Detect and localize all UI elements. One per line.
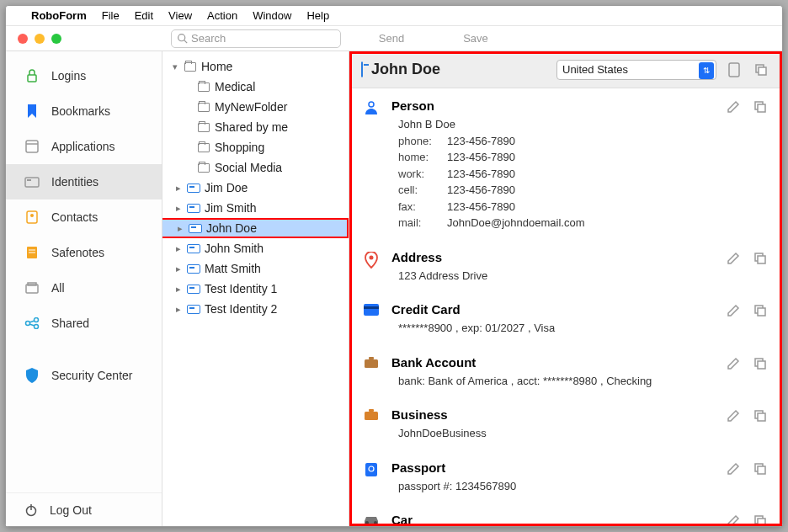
- tree-identity[interactable]: ▸John Doe: [162, 218, 349, 238]
- app-name[interactable]: RoboForm: [31, 9, 87, 22]
- copy-icon[interactable]: [753, 514, 769, 526]
- menu-help[interactable]: Help: [306, 9, 329, 22]
- search-placeholder: Search: [191, 32, 226, 45]
- person-field: phone:123-456-7890: [391, 133, 715, 150]
- sidebar-item-identities[interactable]: Identities: [6, 164, 162, 200]
- chevron-right-icon: ▸: [176, 223, 184, 234]
- edit-icon[interactable]: [727, 357, 742, 372]
- sidebar-item-logins[interactable]: Logins: [6, 58, 162, 93]
- section-business: Business JohnDoeBusiness: [349, 397, 782, 450]
- zoom-icon[interactable]: [51, 34, 61, 44]
- chevron-updown-icon: ⇅: [699, 62, 714, 79]
- tree-folder[interactable]: Shopping: [162, 137, 349, 157]
- tree-label: Jim Smith: [205, 201, 256, 215]
- edit-icon[interactable]: [727, 304, 742, 319]
- svg-rect-38: [365, 412, 378, 420]
- sidebar-item-applications[interactable]: Applications: [6, 129, 162, 164]
- tree-home[interactable]: ▾ Home: [162, 56, 349, 77]
- edit-icon[interactable]: [727, 409, 742, 424]
- tree-folder[interactable]: MyNewFolder: [162, 97, 349, 117]
- copy-icon[interactable]: [753, 462, 769, 477]
- menu-edit[interactable]: Edit: [135, 9, 153, 22]
- folder-icon: [196, 163, 211, 173]
- section-title: Passport: [391, 460, 715, 475]
- section-title: Person: [391, 98, 715, 113]
- edit-icon[interactable]: [727, 514, 742, 526]
- copy-icon[interactable]: [753, 252, 769, 267]
- tree-folder[interactable]: Medical: [162, 77, 349, 97]
- menu-view[interactable]: View: [168, 9, 192, 22]
- save-button[interactable]: Save: [434, 32, 518, 45]
- tree-identity[interactable]: ▸Matt Smith: [162, 258, 349, 279]
- svg-rect-42: [365, 463, 377, 476]
- menu-action[interactable]: Action: [207, 9, 237, 22]
- chevron-down-icon: ▾: [171, 61, 179, 72]
- svg-point-27: [370, 255, 374, 259]
- country-select[interactable]: United States ⇅: [556, 60, 716, 80]
- svg-point-15: [35, 318, 39, 322]
- copy-icon[interactable]: [753, 357, 769, 372]
- tree-identity[interactable]: ▸Test Identity 1: [162, 279, 349, 299]
- tree-label: Medical: [215, 80, 255, 93]
- minimize-icon[interactable]: [35, 34, 45, 44]
- tree-label: Test Identity 2: [205, 302, 277, 316]
- section-title: Address: [391, 250, 715, 264]
- menu-window[interactable]: Window: [253, 9, 291, 22]
- svg-rect-26: [758, 104, 765, 112]
- edit-icon[interactable]: [727, 462, 742, 477]
- sidebar-item-label: Identities: [51, 175, 98, 189]
- search-icon: [177, 33, 188, 44]
- main-panel: John Doe United States ⇅: [349, 51, 782, 526]
- svg-rect-35: [369, 357, 374, 359]
- tree-folder[interactable]: Shared by me: [162, 117, 349, 137]
- edit-icon[interactable]: [727, 252, 742, 267]
- tree-folder[interactable]: Social Media: [162, 157, 349, 178]
- svg-rect-49: [758, 519, 765, 526]
- identity-icon: [24, 174, 40, 189]
- detail-title: John Doe: [371, 61, 548, 78]
- copy-icon[interactable]: [752, 61, 770, 79]
- app-window: RoboForm File Edit View Action Window He…: [5, 5, 783, 527]
- person-name: John B Doe: [391, 116, 715, 133]
- tree-identity[interactable]: ▸Test Identity 2: [162, 299, 349, 319]
- tree-label: Test Identity 1: [205, 282, 277, 295]
- shared-icon: [24, 316, 40, 331]
- sidebar-item-label: Safenotes: [51, 246, 104, 259]
- chevron-right-icon: ▸: [174, 304, 183, 315]
- svg-point-14: [26, 322, 30, 326]
- sidebar-item-bookmarks[interactable]: Bookmarks: [6, 93, 162, 129]
- briefcase-icon: [363, 355, 380, 390]
- svg-rect-21: [729, 63, 739, 77]
- sidebar-item-shared[interactable]: Shared: [6, 306, 162, 341]
- car-icon: [363, 513, 380, 526]
- menu-file[interactable]: File: [102, 9, 120, 22]
- field-value: 123-456-7890: [447, 182, 515, 199]
- section-title: Credit Card: [391, 302, 715, 317]
- send-button[interactable]: Send: [349, 32, 434, 45]
- sidebar-item-security[interactable]: Security Center: [6, 358, 162, 393]
- section-title: Bank Account: [391, 355, 715, 370]
- close-icon[interactable]: [18, 34, 28, 44]
- chevron-right-icon: ▸: [174, 263, 183, 274]
- tablet-icon[interactable]: [725, 61, 743, 79]
- svg-point-46: [365, 521, 369, 524]
- edit-icon[interactable]: [727, 100, 742, 115]
- logout-button[interactable]: Log Out: [6, 492, 162, 526]
- copy-icon[interactable]: [753, 100, 769, 115]
- sidebar-item-contacts[interactable]: Contacts: [6, 200, 162, 235]
- field-value: 123-456-7890: [447, 199, 515, 215]
- business-line: JohnDoeBusiness: [391, 425, 715, 442]
- copy-icon[interactable]: [753, 304, 769, 319]
- field-key: phone:: [398, 133, 440, 150]
- tree-identity[interactable]: ▸Jim Smith: [162, 198, 349, 218]
- copy-icon[interactable]: [753, 409, 769, 424]
- search-input[interactable]: Search: [171, 29, 341, 48]
- section-title: Business: [391, 407, 715, 422]
- logout-label: Log Out: [50, 503, 92, 517]
- field-value: 123-456-7890: [447, 149, 515, 166]
- sidebar-item-safenotes[interactable]: Safenotes: [6, 235, 162, 270]
- tree-identity[interactable]: ▸Jim Doe: [162, 178, 349, 198]
- tree-identity[interactable]: ▸John Smith: [162, 238, 349, 258]
- field-value: 123-456-7890: [447, 166, 515, 183]
- sidebar-item-all[interactable]: All: [6, 270, 162, 306]
